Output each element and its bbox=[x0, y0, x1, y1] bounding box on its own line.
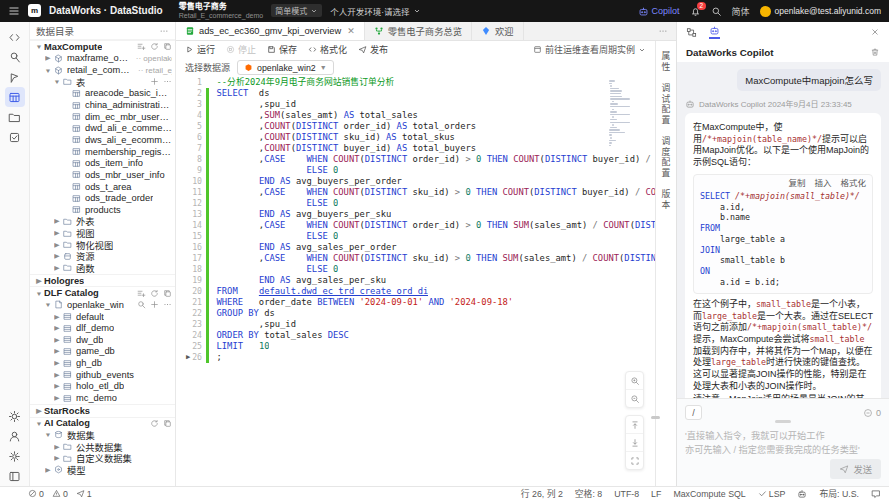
input-resize-handle[interactable] bbox=[775, 420, 791, 423]
tree-item[interactable]: ▶gh_db bbox=[30, 357, 175, 369]
chevron-right-icon[interactable]: ▶ bbox=[52, 360, 62, 367]
run-button[interactable]: 运行 bbox=[185, 43, 215, 56]
tree-item[interactable]: ▼openlake_win bbox=[30, 299, 175, 311]
flow-icon[interactable] bbox=[686, 27, 697, 38]
language-switch[interactable]: 简体 bbox=[732, 5, 750, 18]
tab-overflow-button[interactable] bbox=[650, 22, 676, 40]
tree-item[interactable]: ▶资源 bbox=[30, 251, 175, 263]
save-button[interactable]: 保存 bbox=[267, 43, 297, 56]
feedback-button[interactable] bbox=[871, 489, 881, 499]
tab-ads_ec_ec360_gmv_kpi_overview[interactable]: ads_ec_ec360_gmv_kpi_overview✕ bbox=[176, 22, 365, 40]
tree-item[interactable]: ▶公共数据集 bbox=[30, 441, 175, 453]
account-menu[interactable]: openlake@test.aliyunid.com bbox=[760, 6, 881, 17]
chevron-right-icon[interactable]: ▶ bbox=[52, 394, 62, 401]
tree-section-hologres[interactable]: ▶Hologres bbox=[30, 274, 175, 287]
sql-code-editor[interactable]: 1--分析2024年9月电子商务网站销售订单分析2SELECT ds3 ,spu… bbox=[176, 77, 655, 486]
more-icon[interactable] bbox=[159, 26, 169, 36]
tree-add-icon[interactable] bbox=[137, 42, 146, 51]
slash-command-button[interactable]: / bbox=[685, 405, 702, 420]
tab-欢迎[interactable]: 欢迎 bbox=[472, 22, 524, 40]
tree-item[interactable]: dws_ali_e_ecommerce bbox=[30, 134, 175, 146]
chevron-right-icon[interactable]: ▶ bbox=[52, 371, 62, 378]
close-tab-icon[interactable]: ✕ bbox=[347, 26, 355, 36]
tree-item[interactable]: areacode_basic_info_2020 bbox=[30, 88, 175, 100]
chevron-right-icon[interactable]: ▶ bbox=[34, 407, 44, 414]
side-tab-属性[interactable]: 属性 bbox=[660, 51, 673, 73]
chevron-right-icon[interactable]: ▶ bbox=[52, 383, 62, 390]
editor-minimap[interactable] bbox=[609, 80, 629, 147]
env-selector[interactable]: 个人开发环境·请选择 bbox=[330, 5, 420, 17]
warning-count[interactable]: 0 bbox=[52, 489, 68, 499]
chevron-right-icon[interactable]: ▶ bbox=[52, 264, 62, 271]
chevron-right-icon[interactable]: ▶ bbox=[52, 229, 62, 236]
rail-grid-button[interactable] bbox=[5, 87, 25, 107]
goto-ops-link[interactable]: 前往运维查看周期实例 bbox=[533, 43, 646, 56]
side-tab-调度配置[interactable]: 调度配置 bbox=[660, 136, 673, 179]
refresh-icon[interactable] bbox=[150, 419, 159, 428]
tree-item[interactable]: ▶github_events bbox=[30, 369, 175, 381]
hamburger-menu-icon[interactable] bbox=[8, 5, 20, 17]
tree-item[interactable]: ▶自定义数据集 bbox=[30, 452, 175, 464]
rail-sun-button[interactable] bbox=[5, 406, 25, 426]
chevron-right-icon[interactable]: ▶ bbox=[43, 55, 53, 62]
code-action-格式化[interactable]: 格式化 bbox=[840, 178, 866, 189]
tree-item[interactable]: china_administrative_division bbox=[30, 99, 175, 111]
tree-item[interactable]: ▶mc_demo bbox=[30, 392, 175, 404]
tree-item[interactable]: ods_mbr_user_info bbox=[30, 169, 175, 181]
chevron-down-icon[interactable]: ▼ bbox=[43, 302, 53, 308]
panel-resize-handle[interactable] bbox=[651, 416, 660, 419]
tree-item[interactable]: ▶视图 bbox=[30, 227, 175, 239]
chevron-right-icon[interactable]: ▶ bbox=[52, 336, 62, 343]
trash-icon[interactable] bbox=[870, 47, 880, 57]
status-item[interactable]: UTF-8 bbox=[614, 489, 639, 499]
chevron-down-icon[interactable]: ▼ bbox=[34, 44, 44, 50]
copilot-status[interactable] bbox=[797, 489, 807, 499]
tree-item[interactable]: ▶maxframe_objecttable·· openlake_... bbox=[30, 53, 175, 65]
mode-chip[interactable]: 简单模式 bbox=[271, 4, 322, 17]
tree-item[interactable]: ▶dlf_demo bbox=[30, 322, 175, 334]
zoom-out-button[interactable] bbox=[626, 390, 643, 407]
copy-icon[interactable] bbox=[163, 419, 172, 428]
tree-item[interactable]: ▶default bbox=[30, 311, 175, 323]
copilot-button[interactable]: Copilot bbox=[638, 6, 680, 17]
plus-icon[interactable] bbox=[150, 77, 159, 86]
tree-section-dlf-catalog[interactable]: ▼DLF Catalog bbox=[30, 286, 175, 299]
tree-item[interactable]: ▼表 bbox=[30, 76, 175, 88]
tree-item[interactable]: ods_t_area bbox=[30, 181, 175, 193]
datasource-select[interactable]: openlake_win2 ▼ bbox=[237, 60, 334, 75]
error-count[interactable]: 0 bbox=[28, 489, 44, 499]
more-icon[interactable] bbox=[163, 300, 172, 309]
side-tab-调试配置[interactable]: 调试配置 bbox=[660, 83, 673, 126]
close-panel-icon[interactable] bbox=[870, 27, 880, 37]
chevron-right-icon[interactable]: ▶ bbox=[52, 325, 62, 332]
tree-item[interactable]: ▶物化视图 bbox=[30, 239, 175, 251]
stop-button[interactable]: 停止 bbox=[226, 43, 256, 56]
copy-icon[interactable] bbox=[163, 289, 172, 298]
chevron-right-icon[interactable]: ▶ bbox=[52, 313, 62, 320]
tree-item[interactable]: dim_ec_mbr_user_info bbox=[30, 111, 175, 123]
rail-layout-button[interactable] bbox=[5, 466, 25, 486]
tree-item[interactable]: ▶模型 bbox=[30, 464, 175, 476]
scroll-to-bottom-button[interactable] bbox=[626, 434, 643, 452]
tree-item[interactable]: ▶外表 bbox=[30, 216, 175, 228]
rail-flag-button[interactable] bbox=[5, 67, 25, 87]
tree-item[interactable]: products bbox=[30, 204, 175, 216]
run-line-icon[interactable]: ▶ bbox=[186, 352, 190, 363]
send-button[interactable]: 发送 bbox=[830, 459, 881, 479]
refresh-icon[interactable] bbox=[150, 42, 159, 51]
tree-item[interactable]: membership_registrations bbox=[30, 146, 175, 158]
chevron-down-icon[interactable]: ▼ bbox=[43, 67, 53, 73]
chevron-right-icon[interactable]: ▶ bbox=[34, 277, 44, 284]
code-action-插入[interactable]: 插入 bbox=[814, 178, 831, 189]
tree-item[interactable]: ▶holo_etl_db bbox=[30, 381, 175, 393]
copilot-tab-robot-icon[interactable] bbox=[709, 25, 720, 39]
search-icon[interactable] bbox=[711, 6, 722, 17]
tree-item[interactable]: ▶dw_db bbox=[30, 334, 175, 346]
status-item[interactable]: MaxCompute SQL bbox=[673, 489, 745, 499]
chevron-down-icon[interactable]: ▼ bbox=[34, 420, 44, 426]
chevron-right-icon[interactable]: ▶ bbox=[52, 443, 62, 450]
plus-icon[interactable] bbox=[150, 300, 159, 309]
tree-item[interactable]: ods_item_info bbox=[30, 157, 175, 169]
rail-pin-button[interactable] bbox=[5, 47, 25, 67]
tree-item[interactable]: ▼retail_e_commerce_mc·· retail_e_c... bbox=[30, 64, 175, 76]
